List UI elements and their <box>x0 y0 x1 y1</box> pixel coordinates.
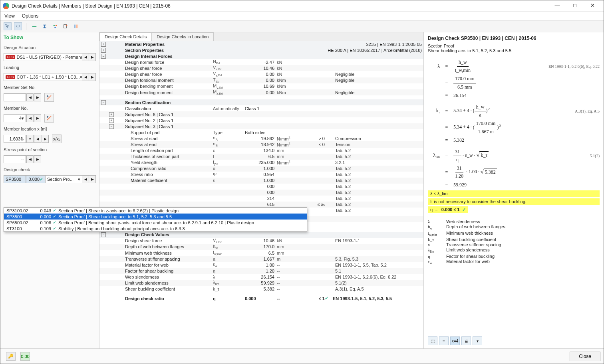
dropdown-item[interactable]: SP6500.020.106✓Section Proof | Bending a… <box>4 220 307 226</box>
member-set-input[interactable]: -- <box>4 93 26 101</box>
design-check-code[interactable]: SP3500 <box>4 175 26 183</box>
expand-icon[interactable]: + <box>101 42 106 47</box>
collapse-icon[interactable]: − <box>101 232 106 237</box>
stress-point-label: Stress point of section <box>4 147 96 152</box>
next-loading-button[interactable]: ▶ <box>89 73 96 81</box>
tab-details[interactable]: Design Check Details <box>99 32 152 41</box>
close-window-button[interactable]: ✕ <box>584 0 601 12</box>
toolbar-lasso-icon[interactable] <box>14 22 22 30</box>
maximize-button[interactable]: □ <box>566 0 584 12</box>
next-memberset-button[interactable]: ▶ <box>34 93 41 101</box>
list-icon[interactable]: ≡ <box>439 336 449 345</box>
note-highlight: It is not necessary to consider the shea… <box>428 198 600 205</box>
toolbar-section-icon[interactable] <box>41 22 49 30</box>
svg-rect-1 <box>32 26 37 27</box>
material-properties-row: Material Properties <box>125 42 277 47</box>
design-situation-combo[interactable]: ULSDS1 - ULS (STR/GEO) - Permane... <box>4 53 82 61</box>
toolbar-3d-icon[interactable] <box>51 22 59 30</box>
main-toolbar <box>0 21 604 32</box>
menu-options[interactable]: Options <box>22 13 38 19</box>
next-stresspt-button[interactable]: ▶ <box>34 155 41 163</box>
dropdown-item-selected[interactable]: SP35000.000✓Section Proof | Shear buckli… <box>4 214 307 220</box>
right-subtitle2: Shear buckling acc. to 5.1, 5.2, 5.3 and… <box>428 48 600 53</box>
close-button[interactable]: Close <box>570 352 600 361</box>
member-no-input[interactable]: 4 ▾ <box>4 114 26 122</box>
export-icon[interactable]: ⬚ <box>428 336 437 345</box>
location-mode-icon[interactable]: x/x₀ <box>52 135 62 143</box>
help-icon[interactable]: 🔑 <box>6 352 16 361</box>
toolbar-select-icon[interactable] <box>4 22 12 30</box>
formula-block: λ= h_wt_w,min EN 1993-1-1, 6.2.6(6), Eq.… <box>428 58 600 190</box>
table-row: Design bending moment My,Ed 10.69 kNm <box>99 83 423 89</box>
location-spin-button[interactable]: ▾ <box>26 135 34 143</box>
table-row: Minimum web thickness tw,min 6.5 mm <box>99 250 423 256</box>
design-situation-label: Design Situation <box>4 45 96 50</box>
design-check-label: Design check <box>4 167 96 172</box>
table-row: Limit web slenderness λlim 59.929 -- 5.1… <box>99 280 423 286</box>
table-row: 615 -- ≤ λ₁ Tab. 5.2 <box>99 202 423 208</box>
prev-stresspt-button[interactable]: ◀ <box>26 155 34 163</box>
design-check-desc-combo[interactable]: Section Pro...▾ <box>45 175 82 183</box>
table-row: Transverse stiffener spacing a 1.667 m 5… <box>99 256 423 262</box>
loading-label: Loading <box>4 65 96 70</box>
right-toolbar: ⬚ ≡ x=4 🖨︎ ▾ <box>428 334 600 345</box>
dropdown-item[interactable]: ST31000.109✓Stability | Bending and buck… <box>4 226 307 231</box>
prev-loading-button[interactable]: ◀ <box>82 73 89 81</box>
tab-location[interactable]: Design Checks in Location <box>151 32 214 41</box>
menu-view[interactable]: View <box>4 13 15 19</box>
dropdown-icon[interactable]: ▾ <box>473 336 482 345</box>
minimize-button[interactable]: ― <box>548 0 566 12</box>
svg-point-2 <box>54 25 55 26</box>
menubar: View Options <box>0 12 604 21</box>
prev-location-button[interactable]: ◀ <box>34 135 41 143</box>
svg-point-6 <box>66 25 68 26</box>
right-subtitle1: Section Proof <box>428 44 600 48</box>
expand-icon[interactable]: + <box>101 48 106 53</box>
prev-check-button[interactable]: ◀ <box>82 175 89 183</box>
print-icon[interactable]: 🖨︎ <box>461 336 471 345</box>
app-window: Design Check Details | Members | Steel D… <box>0 0 604 364</box>
prev-situation-button[interactable]: ◀ <box>82 53 89 61</box>
table-row: Stress at start σA 19.862 N/mm2 > 0 Comp… <box>99 135 423 141</box>
next-member-button[interactable]: ▶ <box>34 114 41 122</box>
dropdown-item[interactable]: SP3100.020.043✓Section Proof | Shear in … <box>4 208 307 214</box>
details-grid[interactable]: + Material Properties S235 | EN 1993-1-1… <box>99 41 423 348</box>
table-row: Web slenderness λ 26.154 -- EN 1993-1-1,… <box>99 274 423 280</box>
collapse-icon[interactable]: − <box>101 100 106 105</box>
app-icon <box>3 3 9 9</box>
table-row: Depth of web between flanges hw 170.0 mm <box>99 244 423 250</box>
design-check-ratio-row: Design check ratio η 0.000 -- ≤ 1 ✓ EN 1… <box>99 295 423 302</box>
toolbar-beam-icon[interactable] <box>30 22 38 30</box>
table-row: Thickness of section part t 6.5 mm Tab. … <box>99 154 423 160</box>
next-check-button[interactable]: ▶ <box>89 175 96 183</box>
table-row: Compression ratio α 1.000 -- Tab. 5.2 <box>99 166 423 172</box>
result-highlight: η = 0.000 ≤ 1✓ <box>428 206 468 213</box>
prev-memberset-button[interactable]: ◀ <box>26 93 34 101</box>
member-location-input[interactable]: 1.603 ⇅ <box>4 135 26 143</box>
formula-icon[interactable]: x=4 <box>450 336 460 345</box>
precision-icon[interactable]: 0.00 <box>20 352 30 361</box>
table-row: Design normal force NEd -2.47 kN <box>99 59 423 65</box>
center-pane: Design Check Details Design Checks in Lo… <box>99 32 424 348</box>
stress-point-input[interactable]: -- <box>4 155 26 163</box>
design-check-dropdown[interactable]: SP3100.020.043✓Section Proof | Shear in … <box>4 207 307 232</box>
pick-memberset-icon[interactable] <box>44 93 54 102</box>
condition-highlight: λ ≤ λ_lim <box>428 190 600 197</box>
next-location-button[interactable]: ▶ <box>42 135 49 143</box>
table-row: Stress at end σB -18.942 N/mm2 ≤ 0 Tensi… <box>99 141 423 147</box>
next-situation-button[interactable]: ▶ <box>89 53 96 61</box>
collapse-icon[interactable]: − <box>101 54 106 59</box>
toolbar-notes-icon[interactable] <box>62 22 70 30</box>
table-row: Stress ratio Ψ -0.954 -- Tab. 5.2 <box>99 172 423 178</box>
svg-point-3 <box>56 25 57 26</box>
pick-member-icon[interactable] <box>44 114 54 123</box>
loading-combo[interactable]: ULSCO7 - 1.35 * LC1 + 1.50 * LC3... ▾ <box>4 73 82 81</box>
bottom-bar: 🔑 0.00 Close <box>0 348 604 364</box>
svg-rect-8 <box>76 25 78 28</box>
right-pane-title: Design Check SP3500 | EN 1993 | CEN | 20… <box>428 36 600 41</box>
table-row: Material coefficient ε 1.000 -- Tab. 5.2 <box>99 178 423 184</box>
separator <box>26 23 26 30</box>
table-row: 000 -- Tab. 5.2 <box>99 190 423 196</box>
prev-member-button[interactable]: ◀ <box>26 114 34 122</box>
toolbar-columns-icon[interactable] <box>72 22 80 30</box>
